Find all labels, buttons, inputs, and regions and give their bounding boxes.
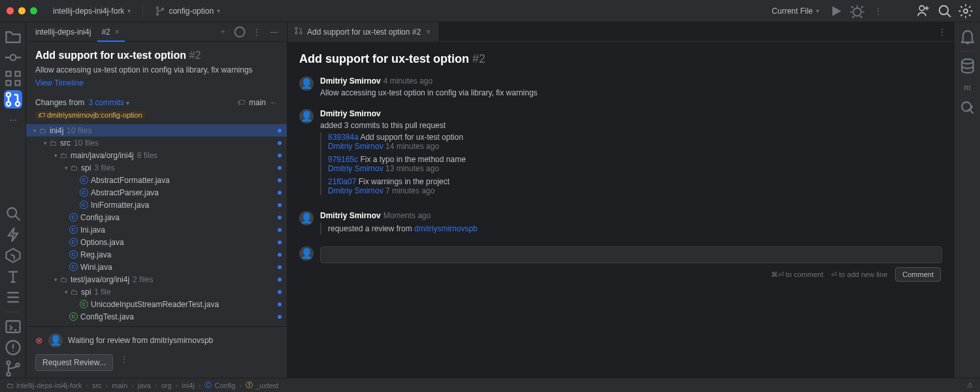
branch-name: config-option <box>169 7 214 16</box>
tab-pr-2[interactable]: #2× <box>97 22 124 42</box>
notifications-button[interactable] <box>958 27 977 46</box>
svg-point-23 <box>295 32 297 34</box>
vcs-tool-button[interactable] <box>4 359 22 378</box>
coverage-tool-button[interactable] <box>958 99 977 117</box>
search-tool-button[interactable] <box>4 204 22 223</box>
base-branch[interactable]: main <box>249 98 266 107</box>
project-selector[interactable]: intellij-deps-ini4j-fork ▾ <box>49 5 135 18</box>
tree-folder-src[interactable]: ▾🗀src10 files <box>26 137 287 149</box>
commit-author[interactable]: Dmitriy Smirnov <box>328 142 384 151</box>
bookmarks-tool-button[interactable] <box>4 288 22 306</box>
breadcrumb[interactable]: java <box>138 382 151 389</box>
breadcrumb[interactable]: org <box>161 382 172 389</box>
breadcrumb[interactable]: 🗀intellij-deps-ini4j-fork <box>7 382 82 389</box>
tree-file[interactable]: CIniFormatter.java <box>26 199 287 211</box>
commit-hash[interactable]: 21f0a07 <box>328 177 356 186</box>
maven-tool-button[interactable]: m <box>958 78 977 96</box>
tree-file[interactable]: CReg.java <box>26 248 287 261</box>
font-tool-button[interactable] <box>4 267 22 286</box>
avatar: 👤 <box>299 76 314 91</box>
commit-item: 979165c Fix a typo in the method name Dm… <box>328 155 942 173</box>
event-author[interactable]: Dmitriy Smirnov <box>320 211 381 220</box>
svg-point-13 <box>6 102 10 106</box>
tree-file[interactable]: COptions.java <box>26 236 287 248</box>
commit-tool-button[interactable] <box>4 48 22 67</box>
tree-file[interactable]: CWini.java <box>26 261 287 273</box>
commit-list: 839384a Add support for ux-test option D… <box>320 133 942 195</box>
terminal-tool-button[interactable] <box>4 318 22 336</box>
editor-more-button[interactable]: ⋮ <box>934 24 950 40</box>
actions-tool-button[interactable] <box>4 225 22 244</box>
comment-button[interactable]: Comment <box>895 267 941 282</box>
separator <box>142 5 143 17</box>
settings-button[interactable] <box>958 3 973 19</box>
more-tools-button[interactable]: ⋯ <box>4 111 22 129</box>
commit-hash[interactable]: 979165c <box>328 155 358 164</box>
more-button[interactable]: ⋮ <box>249 24 265 40</box>
tree-file[interactable]: CConfig.java <box>26 211 287 223</box>
database-tool-button[interactable] <box>958 57 977 75</box>
minimize-window-icon[interactable] <box>18 7 25 14</box>
svg-point-19 <box>7 372 10 376</box>
pull-requests-tool-button[interactable] <box>4 90 22 108</box>
breadcrumb[interactable]: main <box>112 382 127 389</box>
tree-file[interactable]: CUnicodeInputStreamReaderTest.java <box>26 298 287 310</box>
run-button[interactable] <box>828 3 844 19</box>
structure-tool-button[interactable] <box>4 69 22 88</box>
comment-author[interactable]: Dmitriy Smirnov <box>320 76 381 86</box>
editor-tabs: Add support for ux-test option #2 × ⋮ <box>287 22 954 42</box>
more-review-button[interactable]: ⋮ <box>117 351 133 367</box>
tag-icon: 🏷 <box>237 98 245 107</box>
head-branch-badge[interactable]: 🏷dmitriysmirnovjb:config-option <box>35 111 145 119</box>
folder-icon: 🗀 <box>71 287 78 297</box>
tab-repo[interactable]: intellij-deps-ini4j <box>31 22 95 42</box>
breadcrumb[interactable]: src <box>92 382 102 389</box>
close-window-icon[interactable] <box>7 7 14 14</box>
svg-point-22 <box>295 27 297 29</box>
window-controls[interactable] <box>7 7 37 14</box>
editor-tab-pr[interactable]: Add support for ux-test option #2 × <box>287 22 439 42</box>
changes-label: Changes from <box>35 98 84 107</box>
close-tab-icon[interactable]: × <box>425 27 432 37</box>
tree-file[interactable]: CConfigTest.java <box>26 310 287 323</box>
tree-file[interactable]: CIni.java <box>26 223 287 236</box>
problems-tool-button[interactable] <box>4 338 22 357</box>
breadcrumb[interactable]: ⒸConfig <box>204 380 235 390</box>
tree-file[interactable]: CAbstractParser.java <box>26 186 287 199</box>
commit-author[interactable]: Dmitriy Smirnov <box>328 186 384 195</box>
run-config-selector[interactable]: Current File ▾ <box>768 5 823 18</box>
tree-folder-test[interactable]: ▾🗀test/java/org/ini4j2 files <box>26 273 287 286</box>
request-review-button[interactable]: Request Review... <box>35 354 113 371</box>
status-problems-icon[interactable]: ⚠ <box>967 381 973 389</box>
commit-hash[interactable]: 839384a <box>328 133 359 142</box>
tree-folder-spi2[interactable]: ▾🗀spi1 file <box>26 286 287 298</box>
minimize-panel-button[interactable]: — <box>266 24 282 40</box>
more-actions-button[interactable]: ⋮ <box>870 3 886 19</box>
code-with-me-button[interactable] <box>916 3 932 19</box>
view-timeline-link[interactable]: View Timeline <box>35 78 278 88</box>
add-tab-button[interactable]: ＋ <box>215 24 231 40</box>
commit-message: Fix a typo in the method name <box>360 155 465 164</box>
tree-folder-ini4j[interactable]: ▾🗀ini4j10 files <box>26 124 287 137</box>
avatar: 👤 <box>299 109 314 123</box>
separator <box>960 51 975 52</box>
project-name: intellij-deps-ini4j-fork <box>53 7 124 16</box>
branch-selector[interactable]: config-option ▾ <box>151 4 224 18</box>
commits-dropdown[interactable]: 3 commits ▾ <box>88 98 129 107</box>
event-author[interactable]: Dmitriy Smirnov <box>320 109 381 118</box>
reload-button[interactable] <box>232 24 248 40</box>
tree-folder-main[interactable]: ▾🗀main/java/org/ini4j8 files <box>26 149 287 161</box>
search-button[interactable] <box>937 3 953 19</box>
comment-input[interactable] <box>320 246 942 263</box>
commit-author[interactable]: Dmitriy Smirnov <box>328 164 384 173</box>
reviewer-link[interactable]: dmitriysmirnovspb <box>414 224 478 233</box>
debug-button[interactable] <box>849 3 865 19</box>
project-tool-button[interactable] <box>4 27 22 46</box>
breadcrumb[interactable]: ⓕ_uxtest <box>246 380 278 390</box>
tree-file[interactable]: CAbstractFormatter.java <box>26 174 287 186</box>
tree-folder-spi[interactable]: ▾🗀spi3 files <box>26 161 287 174</box>
breadcrumb[interactable]: ini4j <box>182 382 195 389</box>
services-tool-button[interactable] <box>4 246 22 265</box>
maximize-window-icon[interactable] <box>30 7 37 14</box>
close-tab-icon[interactable]: × <box>114 27 121 37</box>
